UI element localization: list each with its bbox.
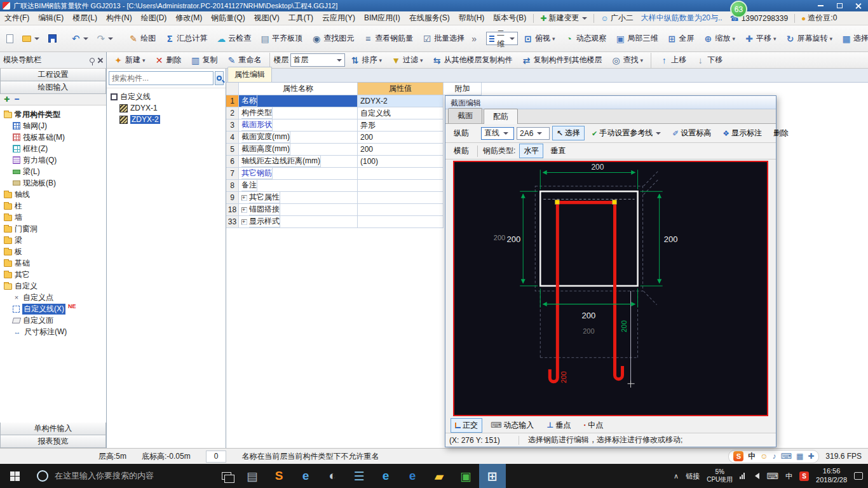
ime-mode-indicator[interactable]: 中 — [748, 451, 756, 462]
menu-item[interactable]: 构件(N) — [102, 11, 137, 25]
dim-bottom-label[interactable]: 200 — [582, 311, 596, 320]
open-file-button[interactable] — [18, 32, 43, 45]
line-type-select[interactable]: 直线 — [481, 127, 514, 140]
vertical-direction-button[interactable]: 垂直 — [546, 144, 570, 158]
expand-icon[interactable]: + — [241, 207, 247, 213]
menu-item[interactable]: 绘图(D) — [137, 11, 172, 25]
network-icon[interactable] — [740, 473, 745, 479]
tree-item[interactable]: 梁 — [0, 234, 106, 246]
tree-item[interactable]: 轴线 — [0, 189, 106, 200]
task-view-button[interactable] — [214, 464, 239, 488]
toolbar-button[interactable]: ✕ 删除 — [151, 51, 186, 69]
longitudinal-bar-button[interactable]: 纵筋 — [449, 126, 473, 140]
toolbar-button[interactable]: ▥ 复制 — [187, 51, 222, 69]
toolbar-button[interactable]: Σ 汇总计算 — [161, 30, 211, 47]
tree-item[interactable]: 门窗洞 — [0, 223, 106, 234]
toolbar-button[interactable]: ✎ 重命名 — [223, 51, 266, 69]
taskbar-app-icon[interactable]: ▤ — [239, 464, 266, 488]
manual-reference-button[interactable]: 手动设置参考线 — [587, 126, 665, 140]
taskbar-app-icon[interactable]: ☰ — [346, 464, 372, 488]
toolbox-icon[interactable]: ✚ — [808, 452, 814, 461]
toolbar-button[interactable]: ▼ 过滤 ▾ — [387, 51, 427, 69]
cpu-widget[interactable]: 5%CPU使用 — [707, 468, 733, 484]
dialog-title[interactable]: 截面编辑 — [445, 96, 776, 109]
tray-expand-icon[interactable] — [674, 472, 679, 480]
tab-rebar[interactable]: 配筋 — [484, 109, 518, 124]
toolbar-button[interactable]: ⇅ 排序 ▾ — [346, 51, 386, 69]
tab-section[interactable]: 截面 — [448, 108, 482, 123]
tree-item[interactable]: 其它 — [0, 269, 106, 280]
report-preview-button[interactable]: 报表预览 — [0, 435, 106, 448]
undo-button[interactable] — [68, 30, 92, 48]
tree-item[interactable]: 柱 — [0, 200, 106, 212]
rebar-handle[interactable] — [555, 200, 559, 204]
toolbar-overflow-button[interactable]: » — [470, 34, 478, 44]
ime-indicator[interactable]: 中 — [785, 471, 792, 481]
tree-item[interactable]: 基础 — [0, 257, 106, 269]
tree-item[interactable]: 框柱(Z) — [0, 143, 106, 154]
perpendicular-point-button[interactable]: 垂点 — [542, 418, 575, 433]
toolbar-button[interactable]: ◉ 查找图元 — [308, 30, 358, 47]
toolbar-button[interactable]: ⇆ 从其他楼层复制构件 — [428, 51, 517, 69]
toolbar-button[interactable]: ◎ 查找 ▾ — [607, 51, 648, 69]
view-toolbar-button[interactable]: ✚ 平移 ▾ — [740, 30, 780, 47]
toolbar-button[interactable]: ↓ 下移 — [691, 51, 726, 69]
tree-item[interactable]: 自定义点 — [0, 292, 106, 303]
tab-property-edit[interactable]: 属性编辑 — [227, 67, 272, 82]
view-toolbar-button[interactable]: ◔ 动态观察 — [560, 30, 610, 47]
toolbar-button[interactable]: ✎ 绘图 — [125, 30, 159, 47]
menu-item[interactable]: 楼层(L) — [68, 11, 102, 25]
new-change-button[interactable]: ✚新建变更 — [536, 13, 591, 24]
menu-item[interactable]: 帮助(H) — [454, 11, 489, 25]
tree-item[interactable]: 现浇板(B) — [0, 177, 106, 189]
menu-item[interactable]: 文件(F) — [0, 11, 34, 25]
view-mode-select[interactable]: 二维 — [486, 32, 518, 45]
view-toolbar-button[interactable]: ↻ 屏幕旋转 ▾ — [782, 30, 837, 47]
toolbar-button[interactable]: ≡ 查看钢筋量 — [359, 30, 417, 47]
notice-ticker[interactable]: 大样中纵筋数量为20与.. — [637, 13, 726, 24]
menu-item[interactable]: 编辑(E) — [34, 11, 68, 25]
tree-item[interactable]: 自定义线(X) NE — [0, 303, 106, 315]
notification-center-icon[interactable] — [854, 472, 863, 480]
tree-item[interactable]: 常用构件类型 — [0, 109, 106, 120]
taskbar-app-icon[interactable]: e — [399, 464, 426, 488]
delete-rebar-button[interactable]: 删除 — [769, 126, 793, 140]
redo-button[interactable] — [93, 30, 118, 48]
close-panel-icon[interactable] — [97, 57, 103, 63]
view-toolbar-button[interactable]: ⊞ 全屏 — [663, 30, 698, 47]
section-canvas[interactable]: 200 200 200 200 200 200 200 200 — [453, 161, 768, 416]
select-button[interactable]: 选择 — [552, 126, 585, 140]
component-search-input[interactable] — [109, 71, 214, 85]
bar-spec-select[interactable]: 2A6 — [517, 127, 550, 140]
set-elevation-button[interactable]: 设置标高 — [668, 126, 715, 140]
show-annotation-button[interactable]: 显示标注 — [718, 126, 766, 140]
tree-item[interactable]: 板 — [0, 246, 106, 257]
toolbar-button[interactable]: ↑ 上移 — [655, 51, 690, 69]
menu-item[interactable]: 版本号(B) — [489, 11, 531, 25]
expand-all-icon[interactable]: ✚ — [4, 95, 10, 104]
new-file-button[interactable] — [3, 31, 17, 46]
project-settings-button[interactable]: 工程设置 — [0, 69, 106, 81]
dim-right-label[interactable]: 200 — [664, 234, 678, 244]
save-button[interactable] — [44, 31, 60, 46]
sogou-tray-icon[interactable]: S — [799, 471, 809, 481]
dynamic-input-button[interactable]: 动态输入 — [486, 418, 538, 433]
mic-icon[interactable]: ♪ — [773, 452, 776, 461]
menu-item[interactable]: 修改(M) — [171, 11, 207, 25]
menu-item[interactable]: 云应用(Y) — [318, 11, 360, 25]
emoji-icon[interactable]: ☺ — [760, 452, 768, 461]
maximize-button[interactable] — [830, 0, 849, 11]
dim-side-label[interactable]: 200 — [620, 320, 628, 332]
tree-item[interactable]: 轴网(J) — [0, 120, 106, 132]
menu-item[interactable]: 工具(T) — [284, 11, 318, 25]
component-tree-item[interactable]: 自定义线 — [107, 91, 226, 102]
toolbar-button[interactable]: ✦ 新建 ▾ — [109, 51, 149, 69]
dim-hook-label[interactable]: 200 — [560, 371, 567, 383]
drawing-input-button[interactable]: 绘图输入 — [0, 81, 106, 94]
component-tree-item[interactable]: ZDYX-2 — [107, 114, 226, 125]
volume-icon[interactable] — [752, 473, 759, 479]
horizontal-bar-button[interactable]: 横筋 — [449, 144, 473, 158]
accelerator-ball[interactable]: 63 — [730, 1, 747, 18]
skin-icon[interactable]: ▦ — [796, 452, 803, 461]
view-toolbar-button[interactable]: ▦ 选择楼层 ▾ — [837, 30, 868, 47]
